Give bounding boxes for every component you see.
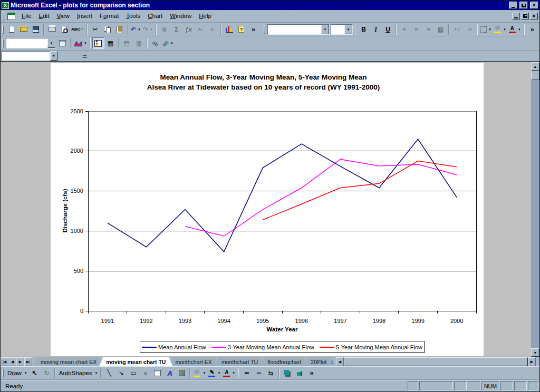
- open-folder-button[interactable]: [17, 24, 30, 35]
- more-buttons-button[interactable]: »: [247, 24, 259, 35]
- free-rotate-button[interactable]: ↻: [41, 367, 53, 379]
- chevron-down-icon[interactable]: ▼: [47, 38, 55, 48]
- chart-wizard-button[interactable]: [223, 24, 235, 35]
- vertical-scrollbar[interactable]: ▲ ▼: [531, 62, 539, 357]
- sheet-tab-monthchart-tu[interactable]: monthchart TU: [215, 357, 265, 366]
- save-button[interactable]: [30, 24, 42, 35]
- rectangle-button[interactable]: ▭: [127, 367, 139, 379]
- clip-art-button[interactable]: [176, 367, 188, 379]
- toolbar-grip[interactable]: [2, 369, 4, 377]
- chart-title[interactable]: Mean Annual Flow, 3-Year Moving Mean, 5-…: [51, 72, 476, 92]
- sheet-tab-moving-mean-chart-ex[interactable]: moving mean chart EX: [34, 357, 103, 366]
- fill-color-button[interactable]: ▼: [192, 367, 207, 379]
- excel-app-icon[interactable]: X: [2, 2, 9, 9]
- y-axis-title[interactable]: Discharge (cfs): [62, 189, 68, 232]
- copy-button[interactable]: [101, 24, 113, 35]
- workbook-close-button[interactable]: ×: [530, 13, 538, 19]
- borders-button[interactable]: ▼: [479, 24, 493, 35]
- workbook-minimize-button[interactable]: [512, 13, 520, 19]
- series-line-5-year-moving-mean-annual-flow[interactable]: [263, 161, 457, 220]
- menu-window[interactable]: Window: [166, 11, 195, 22]
- menu-format[interactable]: Format: [96, 11, 122, 22]
- minimize-button[interactable]: [509, 2, 517, 9]
- text-box-button[interactable]: [151, 367, 163, 379]
- line-color-button[interactable]: ✎▼: [207, 367, 221, 379]
- bold-button[interactable]: B: [358, 24, 370, 35]
- scroll-down-button[interactable]: ▼: [531, 348, 539, 357]
- horizontal-scrollbar[interactable]: ◀ ▶: [336, 357, 536, 366]
- legend-entry[interactable]: Mean Annual Flow: [142, 344, 206, 350]
- shadow-button[interactable]: [281, 367, 293, 379]
- font-color-button[interactable]: A▼: [221, 367, 236, 379]
- x-axis-title[interactable]: Water Year: [267, 326, 298, 332]
- toolbar-grip[interactable]: [2, 39, 4, 47]
- vertical-scroll-thumb[interactable]: [531, 71, 539, 80]
- horizontal-scroll-thumb[interactable]: [344, 357, 528, 366]
- format-object-button[interactable]: [56, 37, 69, 49]
- scroll-up-button[interactable]: ▲: [531, 62, 539, 71]
- chart-legend[interactable]: Mean Annual Flow3-Year Moving Mean Annua…: [140, 341, 425, 353]
- line-style-button[interactable]: ━: [240, 367, 253, 379]
- name-box[interactable]: [2, 51, 50, 61]
- angle-text-downward-button[interactable]: ab: [149, 37, 161, 49]
- font-color-button[interactable]: A▼: [507, 24, 522, 35]
- new-document-button[interactable]: [5, 24, 17, 35]
- edit-formula-button[interactable]: =: [83, 52, 87, 60]
- hscroll-left-button[interactable]: ◀: [336, 357, 344, 366]
- series-line-3-year-moving-mean-annual-flow[interactable]: [185, 159, 457, 236]
- sheet-tab-moving-mean-chart-tu[interactable]: moving mean chart TU: [99, 357, 172, 366]
- toolbar-grip[interactable]: [3, 12, 4, 21]
- underline-button[interactable]: U: [382, 24, 394, 35]
- print-button[interactable]: [46, 24, 58, 35]
- fill-color-button[interactable]: ▼: [493, 24, 507, 35]
- font-size-combobox[interactable]: ▼: [331, 24, 353, 35]
- previous-sheet-button[interactable]: ◀: [8, 357, 16, 366]
- menu-help[interactable]: Help: [195, 11, 215, 22]
- chevron-down-icon[interactable]: ▼: [344, 25, 352, 34]
- undo-button[interactable]: ↶▼: [130, 24, 142, 35]
- toolbar-grip[interactable]: [264, 25, 265, 34]
- formula-input[interactable]: [87, 51, 539, 61]
- last-sheet-button[interactable]: ▶|: [24, 357, 32, 366]
- sheet-tab-monthchart-ex[interactable]: monthchart EX: [168, 357, 218, 366]
- menu-view[interactable]: View: [53, 11, 73, 22]
- spelling-button[interactable]: ABC✓: [70, 24, 85, 35]
- paste-button[interactable]: [113, 24, 126, 35]
- legend-toggle-button[interactable]: [92, 37, 104, 49]
- name-box-dropdown-button[interactable]: ▼: [50, 51, 57, 61]
- sheet-tab-20plot[interactable]: 20Plot: [304, 357, 333, 366]
- print-preview-button[interactable]: [58, 24, 70, 35]
- arrow-style-button[interactable]: ⇆: [265, 367, 277, 379]
- select-objects-button[interactable]: ↖: [28, 367, 41, 379]
- menu-tools[interactable]: Tools: [122, 11, 144, 22]
- more-buttons-button[interactable]: »: [526, 24, 538, 35]
- angle-text-upward-button[interactable]: ab▼: [161, 37, 175, 49]
- menu-insert[interactable]: Insert: [73, 11, 96, 22]
- chart-sheet[interactable]: Mean Annual Flow, 3-Year Moving Mean, 5-…: [51, 63, 484, 356]
- vertical-scroll-track[interactable]: [531, 80, 539, 348]
- sheet-tab-floodfreqchart[interactable]: floodfreqchart: [261, 357, 308, 366]
- series-line-mean-annual-flow[interactable]: [108, 139, 457, 252]
- font-name-combobox[interactable]: ▼: [267, 24, 330, 35]
- 3d-button[interactable]: [293, 367, 305, 379]
- next-sheet-button[interactable]: ▶: [16, 357, 24, 366]
- toolbar-grip[interactable]: [2, 25, 4, 34]
- help-button[interactable]: ?: [235, 24, 247, 35]
- legend-entry[interactable]: 3-Year Moving Mean Annual Flow: [211, 344, 314, 350]
- oval-button[interactable]: ○: [139, 367, 151, 379]
- workbook-restore-button[interactable]: [521, 13, 529, 19]
- word-art-button[interactable]: A: [163, 367, 176, 379]
- italic-button[interactable]: I: [370, 24, 382, 35]
- workbook-icon[interactable]: [7, 13, 15, 20]
- cut-button[interactable]: ✂: [89, 24, 101, 35]
- more-buttons-button[interactable]: »: [305, 367, 317, 379]
- menu-edit[interactable]: Edit: [35, 11, 53, 22]
- data-table-button[interactable]: ▦: [104, 37, 117, 49]
- first-sheet-button[interactable]: |◀: [1, 357, 8, 366]
- dash-style-button[interactable]: ┅: [253, 367, 265, 379]
- line-button[interactable]: ╲: [103, 367, 115, 379]
- chart-type-button[interactable]: ▼: [73, 37, 88, 49]
- menu-file[interactable]: File: [18, 11, 35, 22]
- legend-entry[interactable]: 5-Year Moving Mean Annual Flow: [320, 344, 422, 350]
- chart-objects-combobox[interactable]: ▼: [6, 38, 56, 48]
